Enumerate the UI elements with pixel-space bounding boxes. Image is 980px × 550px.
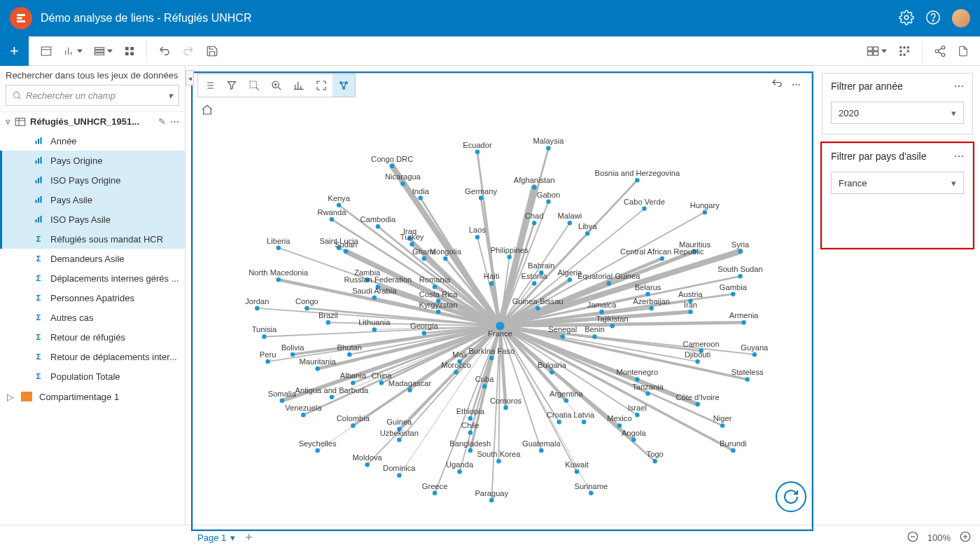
- field-row[interactable]: ΣRéfugiés sous mandat HCR: [0, 229, 185, 249]
- grid-icon[interactable]: [124, 46, 135, 57]
- settings-icon[interactable]: [899, 10, 914, 27]
- svg-point-179: [546, 146, 550, 150]
- field-row[interactable]: Pays Origine: [0, 151, 185, 170]
- field-row[interactable]: ΣPersonnes Apatrides: [0, 288, 185, 308]
- svg-text:Guinea-Bissau: Guinea-Bissau: [512, 297, 564, 305]
- sigma-icon: Σ: [34, 372, 43, 380]
- card-icon[interactable]: [40, 45, 52, 57]
- redo-icon[interactable]: [182, 45, 195, 57]
- legend-icon[interactable]: [198, 74, 220, 97]
- field-row[interactable]: Pays Asile: [0, 190, 185, 209]
- app-title: Démo analyse de liens - Réfugiés UNHCR: [41, 12, 899, 25]
- svg-point-233: [351, 380, 355, 385]
- network-icon[interactable]: [332, 74, 355, 97]
- undo-icon[interactable]: [158, 45, 171, 57]
- field-row[interactable]: ISO Pays Asile: [0, 209, 185, 229]
- field-row[interactable]: ISO Pays Origine: [0, 170, 185, 190]
- card-menu-icon[interactable]: ⋯: [954, 81, 964, 92]
- svg-text:Azerbaijan: Azerbaijan: [633, 297, 670, 305]
- card-menu-icon[interactable]: ⋯: [792, 79, 801, 90]
- svg-text:Congo: Congo: [295, 297, 318, 305]
- home-icon[interactable]: [201, 104, 214, 118]
- svg-point-169: [315, 366, 319, 371]
- chevron-down-icon: ▾: [951, 178, 956, 188]
- svg-point-222: [262, 334, 266, 338]
- field-label: Retour de réfugiés: [50, 332, 125, 343]
- share-icon[interactable]: [934, 45, 946, 57]
- svg-line-64: [500, 326, 505, 408]
- dataset-row[interactable]: ▿ Réfugiés_UNHCR_1951... ✎ ⋯: [0, 111, 185, 131]
- chart-dropdown[interactable]: [64, 46, 83, 57]
- svg-point-202: [507, 255, 511, 259]
- canvas: ⋯ FranceAfghanistanSyriaCongo DRCGuinea-…: [186, 66, 819, 525]
- filter-icon[interactable]: [220, 74, 243, 97]
- field-row[interactable]: ΣDemandeurs Asile: [0, 249, 185, 268]
- svg-text:Estonia: Estonia: [522, 272, 548, 280]
- chart-icon[interactable]: [288, 74, 310, 97]
- svg-text:North Macedonia: North Macedonia: [248, 268, 309, 277]
- svg-point-181: [419, 195, 423, 200]
- svg-point-260: [433, 491, 437, 495]
- field-row[interactable]: ΣPopulation Totale: [0, 366, 185, 386]
- filter-year-select[interactable]: 2020 ▾: [831, 102, 964, 124]
- field-row[interactable]: ΣDéplacements internes gérés ...: [0, 268, 185, 288]
- expand-icon[interactable]: ▷: [7, 392, 14, 402]
- zoom-icon[interactable]: [265, 74, 288, 97]
- layout-dropdown[interactable]: [867, 46, 887, 57]
- user-avatar[interactable]: [952, 9, 970, 27]
- svg-text:Afghanistan: Afghanistan: [514, 176, 555, 184]
- svg-point-2: [932, 20, 933, 20]
- flip-card-icon[interactable]: [771, 78, 783, 91]
- select-icon[interactable]: [243, 74, 265, 97]
- field-row[interactable]: ΣAutres cas: [0, 308, 185, 327]
- add-button[interactable]: +: [0, 36, 29, 66]
- dataset-menu[interactable]: ⋯: [170, 116, 179, 127]
- svg-text:Georgia: Georgia: [410, 322, 438, 330]
- main-area: Rechercher dans tous les jeux de données…: [0, 66, 980, 525]
- fullscreen-icon[interactable]: [310, 74, 332, 97]
- svg-rect-15: [899, 46, 902, 48]
- svg-point-246: [556, 420, 561, 424]
- link-chart[interactable]: FranceAfghanistanSyriaCongo DRCGuinea-Bi…: [192, 73, 812, 530]
- filters-panel: Filtrer par année ⋯ 2020 ▾ Filtrer par p…: [819, 66, 980, 525]
- edit-icon[interactable]: ✎: [158, 116, 166, 127]
- refresh-badge[interactable]: [776, 481, 806, 512]
- field-label: Déplacements internes gérés ...: [50, 273, 179, 284]
- app-header: Démo analyse de liens - Réfugiés UNHCR: [0, 0, 980, 36]
- svg-text:Zambia: Zambia: [354, 268, 381, 277]
- export-icon[interactable]: [958, 45, 969, 57]
- collapse-icon[interactable]: ▿: [6, 116, 10, 127]
- search-input[interactable]: Rechercher un champ ▾: [6, 85, 179, 106]
- svg-text:Peru: Peru: [260, 350, 276, 359]
- svg-text:Djibouti: Djibouti: [685, 350, 710, 359]
- field-row[interactable]: Année: [0, 131, 185, 151]
- svg-text:Morocco: Morocco: [441, 361, 471, 369]
- svg-text:Bahrain: Bahrain: [528, 261, 554, 270]
- add-page-button[interactable]: +: [245, 530, 253, 545]
- svg-point-192: [546, 199, 550, 203]
- svg-text:Mali: Mali: [452, 350, 466, 359]
- svg-point-197: [642, 207, 646, 211]
- zoom-out-button[interactable]: [906, 530, 919, 545]
- svg-rect-8: [130, 47, 134, 50]
- zoom-in-button[interactable]: [959, 530, 972, 545]
- section-row[interactable]: ▷ Compartimentage 1: [0, 386, 185, 407]
- svg-text:Equatorial Guinea: Equatorial Guinea: [578, 272, 640, 280]
- svg-point-236: [482, 384, 486, 388]
- svg-text:Gabon: Gabon: [537, 191, 561, 199]
- sigma-icon: Σ: [34, 294, 43, 302]
- page-tab[interactable]: Page 1 ▾: [197, 532, 235, 543]
- svg-point-231: [635, 377, 639, 381]
- save-icon[interactable]: [206, 45, 218, 57]
- sidebar-collapse-handle[interactable]: ◂: [186, 70, 194, 85]
- qr-icon[interactable]: [898, 45, 911, 57]
- svg-text:Bulgaria: Bulgaria: [538, 361, 567, 369]
- svg-text:Dominica: Dominica: [383, 464, 416, 472]
- card-menu-icon[interactable]: ⋯: [954, 151, 964, 162]
- filter-asylum-select[interactable]: France ▾: [831, 172, 964, 194]
- help-icon[interactable]: [925, 10, 941, 27]
- svg-text:Montenegro: Montenegro: [617, 368, 659, 376]
- field-row[interactable]: ΣRetour de déplacements inter...: [0, 347, 185, 366]
- table-dropdown[interactable]: [94, 46, 113, 56]
- field-row[interactable]: ΣRetour de réfugiés: [0, 327, 185, 347]
